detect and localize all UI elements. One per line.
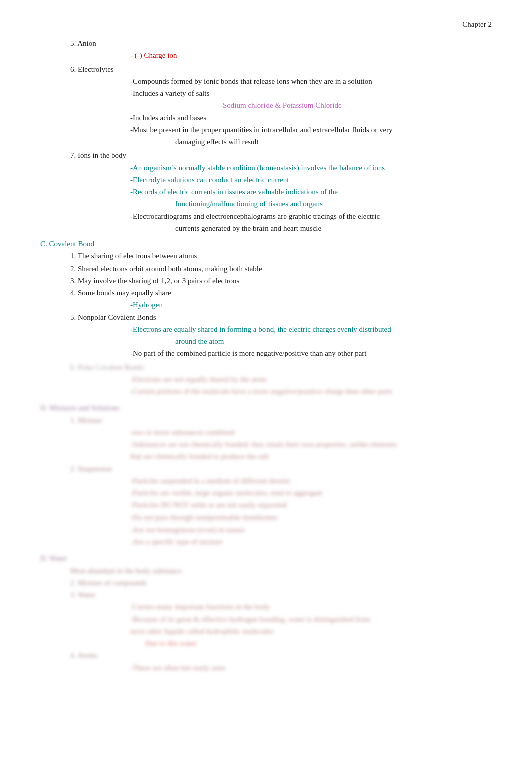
blurred-mixtures-heading: D. Mixtures and Solutions xyxy=(40,402,492,414)
blurred4-line1: Most abundant in the body substance xyxy=(70,565,492,577)
blurred2-line3: -Substances are not chemically bonded; t… xyxy=(130,439,492,450)
blurred3-line4: -Particles DO NOT settle or are not easi… xyxy=(130,499,492,511)
blurred1-line3: -Certain portions of the molecule have a… xyxy=(130,386,492,397)
ions-sub4b: currents generated by the brain and hear… xyxy=(175,223,492,234)
blurred3-line7: -Are a specific type of mixture xyxy=(130,536,492,548)
electrolytes-sub1: -Compounds formed by ionic bonds that re… xyxy=(130,76,492,87)
blurred1-line2: -Electrons are not equally shared by the… xyxy=(130,374,492,385)
electrolytes-sub2: -Includes a variety of salts xyxy=(130,88,492,99)
page: Chapter 2 5. Anion - (-) Charge ion 6. E… xyxy=(0,0,532,706)
blurred4-sub1: -Carries many important functions in the… xyxy=(130,601,492,613)
covalent5ab: around the atom xyxy=(175,336,492,347)
blurred4-sub2c: Due to this water xyxy=(145,638,492,649)
chapter-header: Chapter 2 xyxy=(40,20,492,29)
blurred4-sub2: -Because of its great & effective hydrog… xyxy=(130,614,492,625)
ions-sub3: -Records of electric currents in tissues… xyxy=(130,186,492,198)
electrolytes-label: 6. Electrolytes xyxy=(70,64,492,75)
anion-label: 5. Anion xyxy=(70,38,492,49)
blurred4-line3: 3. Water xyxy=(70,589,492,601)
anion-sub: - (-) Charge ion xyxy=(130,50,492,61)
blurred4-line2: 2. Mixture of compounds xyxy=(70,577,492,589)
blurred2-line2: -two or more substances combined xyxy=(130,427,492,438)
covalent-heading: C. Covalent Bond xyxy=(40,238,492,250)
covalent4: 4. Some bonds may equally share xyxy=(70,287,492,299)
anion-section: 5. Anion - (-) Charge ion xyxy=(70,38,492,62)
blurred3-line3: -Particles are visible, large organic mo… xyxy=(130,487,492,499)
blurred5-sub1: -These are often but rarely seen xyxy=(130,662,492,674)
blurred3-line2: -Particles suspended in a medium of diff… xyxy=(130,475,492,487)
covalent5b: -No part of the combined particle is mor… xyxy=(130,348,492,359)
blurred3-line1: 2. Suspension xyxy=(70,463,492,475)
covalent-section: C. Covalent Bond 1. The sharing of elect… xyxy=(40,238,492,360)
blurred-water-heading: D. Water xyxy=(40,553,492,564)
ions-sub2: -Electrolyte solutions can conduct an el… xyxy=(130,174,492,186)
covalent5: 5. Nonpolar Covalent Bonds xyxy=(70,312,492,323)
blurred3-line5: -Do not pass through semipermeable membr… xyxy=(130,512,492,524)
electrolytes-sub2b: -Sodium chloride & Potassium Chloride xyxy=(220,100,492,111)
covalent4b: -Hydrogen xyxy=(130,299,492,311)
electrolytes-section: 6. Electrolytes -Compounds formed by ion… xyxy=(70,64,492,148)
blurred3-line6: -Are not homogenous (even) in nature xyxy=(130,524,492,536)
blurred-mixtures-section: D. Mixtures and Solutions 1. Mixture -tw… xyxy=(40,402,492,548)
electrolytes-sub4: -Must be present in the proper quantitie… xyxy=(130,124,492,136)
ions-label: 7. Ions in the body xyxy=(70,150,492,161)
covalent5a: -Electrons are equally shared in forming… xyxy=(130,324,492,335)
chapter-title: Chapter 2 xyxy=(462,20,492,28)
blurred-water-section: D. Water Most abundant in the body subst… xyxy=(40,553,492,674)
blurred5-line1: 4. Atoms xyxy=(70,650,492,661)
blurred2-line1: 1. Mixture xyxy=(70,415,492,426)
covalent3: 3. May involve the sharing of 1,2, or 3 … xyxy=(70,275,492,287)
ions-sub3b: functioning/malfunctioning of tissues an… xyxy=(175,198,492,210)
blurred-polar-section: 6. Polar Covalent Bonds -Electrons are n… xyxy=(70,362,492,398)
blurred2-line4: that are chemically bonded to produce th… xyxy=(130,451,492,462)
covalent2: 2. Shared electrons orbit around both at… xyxy=(70,263,492,275)
covalent1: 1. The sharing of electrons between atom… xyxy=(70,250,492,262)
electrolytes-sub4b: damaging effects will result xyxy=(175,136,492,148)
ions-section: 7. Ions in the body -An organism’s norma… xyxy=(70,150,492,234)
ions-sub1: -An organism’s normally stable condition… xyxy=(130,162,492,174)
ions-sub4: -Electrocardiograms and electroencephalo… xyxy=(130,211,492,222)
blurred1-line1: 6. Polar Covalent Bonds xyxy=(70,362,492,373)
electrolytes-sub3: -Includes acids and bases xyxy=(130,112,492,124)
blurred4-sub2b: most other liquids called hydrophilic mo… xyxy=(130,626,492,637)
